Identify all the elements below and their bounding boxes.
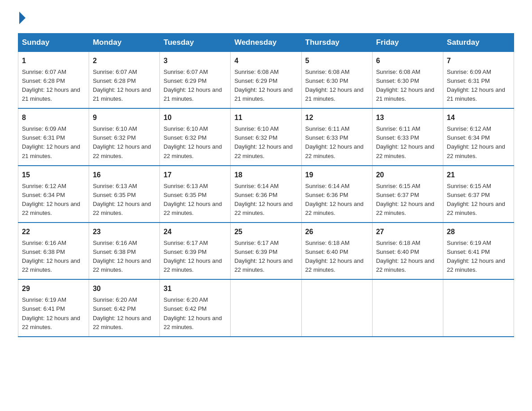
sunset-info: Sunset: 6:30 PM bbox=[305, 77, 348, 84]
day-number: 1 bbox=[22, 56, 85, 67]
sunrise-info: Sunrise: 6:17 AM bbox=[163, 240, 208, 246]
sunset-info: Sunset: 6:32 PM bbox=[234, 134, 277, 141]
day-number: 12 bbox=[305, 112, 369, 124]
sunrise-info: Sunrise: 6:08 AM bbox=[305, 68, 350, 75]
calendar-cell: 14Sunrise: 6:12 AMSunset: 6:34 PMDayligh… bbox=[443, 108, 514, 165]
calendar-cell: 7Sunrise: 6:09 AMSunset: 6:31 PMDaylight… bbox=[443, 52, 514, 109]
daylight-info: Daylight: 12 hours and 21 minutes. bbox=[305, 86, 364, 102]
calendar-cell: 15Sunrise: 6:12 AMSunset: 6:34 PMDayligh… bbox=[18, 166, 89, 223]
calendar-cell: 24Sunrise: 6:17 AMSunset: 6:39 PMDayligh… bbox=[160, 223, 231, 279]
sunset-info: Sunset: 6:30 PM bbox=[376, 77, 419, 84]
calendar-cell: 5Sunrise: 6:08 AMSunset: 6:30 PMDaylight… bbox=[301, 52, 372, 109]
sunset-info: Sunset: 6:31 PM bbox=[447, 77, 490, 84]
day-number: 5 bbox=[305, 56, 369, 67]
daylight-info: Daylight: 12 hours and 22 minutes. bbox=[447, 201, 505, 216]
sunset-info: Sunset: 6:36 PM bbox=[305, 192, 348, 198]
sunset-info: Sunset: 6:39 PM bbox=[234, 248, 277, 255]
sunset-info: Sunset: 6:32 PM bbox=[93, 134, 136, 141]
calendar-table: SundayMondayTuesdayWednesdayThursdayFrid… bbox=[18, 33, 514, 337]
sunrise-info: Sunrise: 6:09 AM bbox=[447, 68, 491, 75]
daylight-info: Daylight: 12 hours and 22 minutes. bbox=[22, 315, 80, 330]
calendar-cell: 19Sunrise: 6:14 AMSunset: 6:36 PMDayligh… bbox=[301, 166, 372, 223]
daylight-info: Daylight: 12 hours and 21 minutes. bbox=[163, 86, 222, 102]
sunrise-info: Sunrise: 6:10 AM bbox=[234, 125, 279, 132]
daylight-info: Daylight: 12 hours and 22 minutes. bbox=[376, 201, 434, 216]
day-number: 3 bbox=[163, 56, 227, 67]
calendar-cell: 23Sunrise: 6:16 AMSunset: 6:38 PMDayligh… bbox=[89, 223, 160, 279]
daylight-info: Daylight: 12 hours and 22 minutes. bbox=[93, 143, 151, 159]
sunset-info: Sunset: 6:28 PM bbox=[93, 77, 136, 84]
sunrise-info: Sunrise: 6:07 AM bbox=[163, 68, 208, 75]
sunrise-info: Sunrise: 6:08 AM bbox=[376, 68, 420, 75]
sunset-info: Sunset: 6:29 PM bbox=[163, 77, 206, 84]
day-number: 27 bbox=[376, 227, 439, 238]
day-number: 21 bbox=[447, 170, 510, 181]
sunset-info: Sunset: 6:31 PM bbox=[22, 134, 65, 141]
day-number: 18 bbox=[234, 170, 297, 181]
calendar-cell bbox=[443, 279, 514, 336]
sunset-info: Sunset: 6:39 PM bbox=[163, 248, 206, 255]
day-number: 25 bbox=[234, 227, 297, 238]
daylight-info: Daylight: 12 hours and 22 minutes. bbox=[234, 257, 292, 273]
calendar-cell: 3Sunrise: 6:07 AMSunset: 6:29 PMDaylight… bbox=[160, 52, 231, 109]
day-number: 26 bbox=[305, 227, 369, 238]
sunrise-info: Sunrise: 6:13 AM bbox=[93, 183, 137, 189]
sunset-info: Sunset: 6:42 PM bbox=[163, 305, 206, 312]
day-number: 7 bbox=[447, 56, 510, 67]
daylight-info: Daylight: 12 hours and 22 minutes. bbox=[93, 315, 151, 330]
page-header bbox=[18, 13, 514, 24]
calendar-cell bbox=[372, 279, 443, 336]
calendar-cell: 30Sunrise: 6:20 AMSunset: 6:42 PMDayligh… bbox=[89, 279, 160, 336]
daylight-info: Daylight: 12 hours and 22 minutes. bbox=[163, 257, 222, 273]
daylight-info: Daylight: 12 hours and 22 minutes. bbox=[447, 143, 505, 159]
calendar-cell: 11Sunrise: 6:10 AMSunset: 6:32 PMDayligh… bbox=[231, 108, 301, 165]
sunrise-info: Sunrise: 6:11 AM bbox=[305, 125, 350, 132]
sunset-info: Sunset: 6:32 PM bbox=[163, 134, 206, 141]
daylight-info: Daylight: 12 hours and 22 minutes. bbox=[376, 143, 434, 159]
calendar-week-row: 15Sunrise: 6:12 AMSunset: 6:34 PMDayligh… bbox=[18, 166, 514, 223]
header-day-saturday: Saturday bbox=[443, 34, 514, 52]
calendar-week-row: 29Sunrise: 6:19 AMSunset: 6:41 PMDayligh… bbox=[18, 279, 514, 336]
sunrise-info: Sunrise: 6:07 AM bbox=[22, 68, 66, 75]
day-number: 28 bbox=[447, 227, 510, 238]
sunset-info: Sunset: 6:33 PM bbox=[376, 134, 419, 141]
day-number: 24 bbox=[163, 227, 227, 238]
header-day-wednesday: Wednesday bbox=[231, 34, 301, 52]
sunrise-info: Sunrise: 6:10 AM bbox=[163, 125, 208, 132]
sunrise-info: Sunrise: 6:09 AM bbox=[22, 125, 66, 132]
sunset-info: Sunset: 6:28 PM bbox=[22, 77, 65, 84]
day-number: 23 bbox=[93, 227, 156, 238]
sunrise-info: Sunrise: 6:11 AM bbox=[376, 125, 420, 132]
calendar-header-row: SundayMondayTuesdayWednesdayThursdayFrid… bbox=[18, 34, 514, 52]
daylight-info: Daylight: 12 hours and 22 minutes. bbox=[163, 201, 222, 216]
calendar-cell: 1Sunrise: 6:07 AMSunset: 6:28 PMDaylight… bbox=[18, 52, 89, 109]
calendar-cell: 31Sunrise: 6:20 AMSunset: 6:42 PMDayligh… bbox=[160, 279, 231, 336]
sunrise-info: Sunrise: 6:13 AM bbox=[163, 183, 208, 189]
day-number: 22 bbox=[22, 227, 85, 238]
sunset-info: Sunset: 6:38 PM bbox=[22, 248, 65, 255]
daylight-info: Daylight: 12 hours and 22 minutes. bbox=[305, 143, 364, 159]
daylight-info: Daylight: 12 hours and 21 minutes. bbox=[376, 86, 434, 102]
day-number: 4 bbox=[234, 56, 297, 67]
sunset-info: Sunset: 6:34 PM bbox=[22, 192, 65, 198]
day-number: 15 bbox=[22, 170, 85, 181]
daylight-info: Daylight: 12 hours and 22 minutes. bbox=[234, 143, 292, 159]
sunset-info: Sunset: 6:38 PM bbox=[93, 248, 136, 255]
calendar-cell: 25Sunrise: 6:17 AMSunset: 6:39 PMDayligh… bbox=[231, 223, 301, 279]
sunset-info: Sunset: 6:34 PM bbox=[447, 134, 490, 141]
calendar-cell: 8Sunrise: 6:09 AMSunset: 6:31 PMDaylight… bbox=[18, 108, 89, 165]
calendar-cell: 22Sunrise: 6:16 AMSunset: 6:38 PMDayligh… bbox=[18, 223, 89, 279]
calendar-cell: 12Sunrise: 6:11 AMSunset: 6:33 PMDayligh… bbox=[301, 108, 372, 165]
calendar-week-row: 8Sunrise: 6:09 AMSunset: 6:31 PMDaylight… bbox=[18, 108, 514, 165]
calendar-cell bbox=[231, 279, 301, 336]
header-day-monday: Monday bbox=[89, 34, 160, 52]
day-number: 20 bbox=[376, 170, 439, 181]
sunrise-info: Sunrise: 6:17 AM bbox=[234, 240, 279, 246]
sunset-info: Sunset: 6:36 PM bbox=[234, 192, 277, 198]
header-day-friday: Friday bbox=[372, 34, 443, 52]
sunset-info: Sunset: 6:35 PM bbox=[93, 192, 136, 198]
daylight-info: Daylight: 12 hours and 22 minutes. bbox=[163, 143, 222, 159]
sunset-info: Sunset: 6:33 PM bbox=[305, 134, 348, 141]
sunrise-info: Sunrise: 6:19 AM bbox=[447, 240, 491, 246]
calendar-cell: 26Sunrise: 6:18 AMSunset: 6:40 PMDayligh… bbox=[301, 223, 372, 279]
